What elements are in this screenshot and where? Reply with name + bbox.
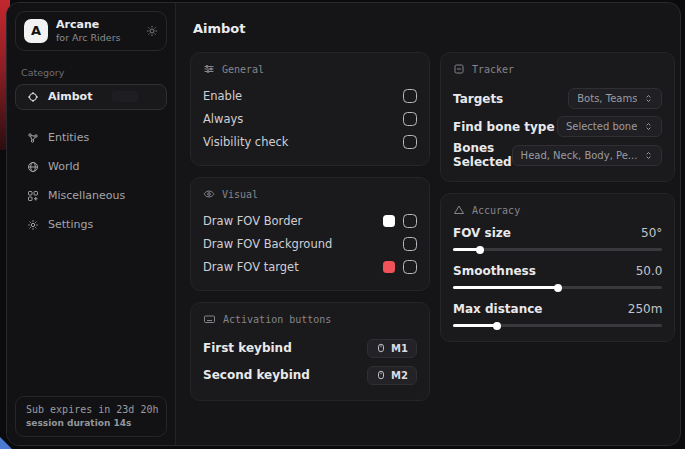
setting-label: Second keybind	[203, 368, 310, 382]
globe-icon	[27, 161, 39, 173]
setting-label: Enable	[203, 89, 242, 103]
bones-selected-select[interactable]: Head, Neck, Body, Pe...	[512, 145, 663, 166]
setting-label: Draw FOV target	[203, 260, 299, 274]
cheat-menu-window: A Arcane for Arc Riders Category	[6, 2, 681, 446]
visual-panel: Visual Draw FOV Border Draw FOV Backgrou…	[190, 177, 430, 291]
setting-label: Bones Selected	[453, 141, 512, 169]
first-keybind-button[interactable]: M1	[367, 339, 417, 358]
slider-thumb[interactable]	[554, 284, 562, 292]
sidebar: A Arcane for Arc Riders Category	[7, 3, 176, 445]
setting-row-visibility-check: Visibility check	[203, 131, 417, 153]
second-keybind-button[interactable]: M2	[367, 366, 417, 385]
setting-label: Visibility check	[203, 135, 289, 149]
sidebar-item-label: World	[48, 160, 80, 173]
slider-thumb[interactable]	[476, 246, 484, 254]
setting-value: 50.0	[636, 264, 663, 278]
setting-row-fov-target: Draw FOV target	[203, 256, 417, 278]
setting-row-targets: Targets Bots, Teams	[453, 85, 662, 112]
keybind-value: M1	[391, 343, 408, 354]
sidebar-item-label: Entities	[48, 131, 89, 144]
sidebar-item-settings[interactable]: Settings	[15, 212, 167, 238]
accuracy-panel-header: Accuracy	[453, 204, 662, 216]
slider-thumb[interactable]	[493, 322, 501, 330]
setting-label: FOV size	[453, 226, 511, 240]
gear-icon	[27, 219, 39, 231]
smoothness-slider[interactable]	[453, 286, 662, 289]
setting-row-second-keybind: Second keybind M2	[203, 362, 417, 388]
left-column: General Enable Always Visibility check	[190, 52, 430, 412]
panel-title: Accuracy	[472, 205, 520, 216]
general-panel-header: General	[203, 63, 417, 75]
category-label: Category	[21, 67, 161, 78]
sidebar-item-label: Aimbot	[48, 90, 92, 103]
setting-group-max-distance: Max distance 250m	[453, 302, 662, 327]
brand-subtitle: for Arc Riders	[56, 32, 121, 44]
setting-label: Draw FOV Background	[203, 237, 332, 251]
brand-name: Arcane	[56, 18, 121, 32]
fov-size-slider[interactable]	[453, 248, 662, 251]
fov-background-checkbox[interactable]	[403, 237, 417, 251]
sidebar-item-label: Miscellaneous	[48, 189, 125, 202]
targets-select[interactable]: Bots, Teams	[568, 88, 662, 109]
setting-value: 250m	[628, 302, 663, 316]
brand-logo: A	[24, 19, 48, 43]
setting-row-enable: Enable	[203, 85, 417, 107]
setting-group-fov-size: FOV size 50°	[453, 226, 662, 251]
sidebar-item-entities[interactable]: Entities	[15, 125, 167, 151]
delta-icon	[453, 204, 465, 216]
setting-label: Max distance	[453, 302, 542, 316]
sidebar-item-miscellaneous[interactable]: Miscellaneous	[15, 183, 167, 209]
sliders-icon	[203, 63, 215, 75]
setting-label: Always	[203, 112, 243, 126]
crosshair-icon	[27, 91, 39, 103]
subscription-expiry: Sub expires in 23d 20h	[26, 404, 156, 415]
tracker-panel: Tracker Targets Bots, Teams Find bone ty…	[440, 52, 675, 182]
setting-row-fov-border: Draw FOV Border	[203, 210, 417, 232]
accuracy-panel: Accuracy FOV size 50°	[440, 193, 675, 342]
color-swatch[interactable]	[383, 215, 395, 227]
setting-label: Draw FOV Border	[203, 214, 302, 228]
sidebar-item-world[interactable]: World	[15, 154, 167, 180]
page-title: Aimbot	[193, 21, 675, 36]
panel-title: Visual	[222, 189, 258, 200]
setting-label: Find bone type	[453, 120, 555, 134]
mouse-icon	[376, 343, 386, 353]
eye-icon	[203, 188, 215, 200]
sidebar-item-label: Settings	[48, 218, 93, 231]
keyboard-icon	[203, 313, 216, 325]
find-bone-type-select[interactable]: Selected bone	[557, 116, 662, 137]
panel-title: Tracker	[472, 64, 514, 75]
gear-icon[interactable]	[146, 25, 158, 37]
max-distance-slider[interactable]	[453, 324, 662, 327]
setting-label: Targets	[453, 92, 503, 106]
session-duration: session duration 14s	[26, 418, 156, 428]
always-checkbox[interactable]	[403, 112, 417, 126]
setting-row-find-bone-type: Find bone type Selected bone	[453, 113, 662, 140]
setting-label: First keybind	[203, 341, 292, 355]
setting-row-bones-selected: Bones Selected Head, Neck, Body, Pe...	[453, 141, 662, 169]
sidebar-item-hint	[112, 91, 138, 102]
main-content: Aimbot General Enable	[176, 3, 681, 445]
subscription-card: Sub expires in 23d 20h session duration …	[15, 396, 167, 437]
sidebar-item-aimbot[interactable]: Aimbot	[15, 84, 167, 110]
grid-icon	[27, 190, 39, 202]
slider-fill	[453, 286, 558, 289]
color-swatch[interactable]	[383, 261, 395, 273]
mouse-icon	[376, 370, 386, 380]
visibility-check-checkbox[interactable]	[403, 135, 417, 149]
fov-target-checkbox[interactable]	[403, 260, 417, 274]
unfold-icon	[644, 94, 653, 103]
panel-title: Activation buttons	[223, 314, 331, 325]
general-panel: General Enable Always Visibility check	[190, 52, 430, 166]
select-value: Bots, Teams	[577, 93, 637, 104]
fov-border-checkbox[interactable]	[403, 214, 417, 228]
tracker-panel-header: Tracker	[453, 63, 662, 75]
enable-checkbox[interactable]	[403, 89, 417, 103]
setting-row-fov-background: Draw FOV Background	[203, 233, 417, 255]
select-value: Head, Neck, Body, Pe...	[521, 150, 638, 161]
right-column: Tracker Targets Bots, Teams Find bone ty…	[440, 52, 675, 353]
unfold-icon	[644, 122, 653, 131]
brand-card: A Arcane for Arc Riders	[15, 11, 167, 51]
sidebar-nav: Aimbot Entities	[7, 84, 175, 241]
setting-label: Smoothness	[453, 264, 536, 278]
